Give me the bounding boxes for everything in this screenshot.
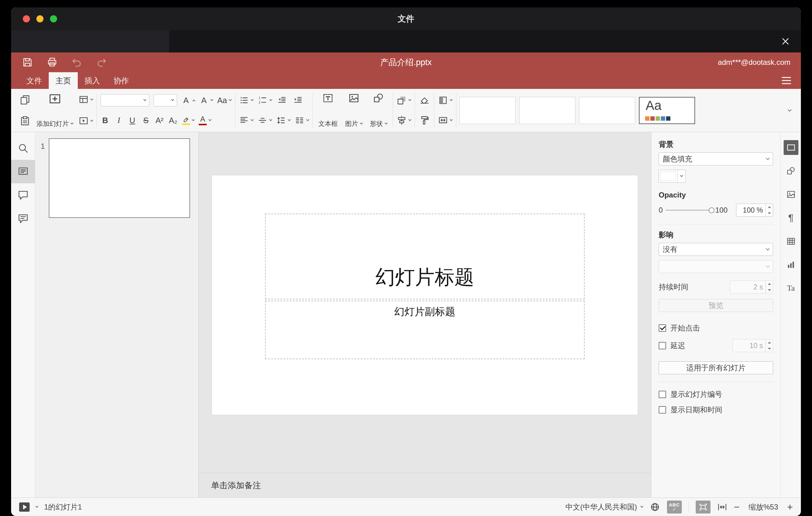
language-select[interactable]: 中文(中华人民共和国) bbox=[566, 502, 643, 512]
slides-panel-button[interactable] bbox=[11, 160, 35, 183]
add-slide-button[interactable]: 添加幻灯片 bbox=[34, 92, 75, 129]
highlight-color-button[interactable] bbox=[182, 113, 194, 128]
spinner-arrows[interactable] bbox=[765, 340, 773, 352]
fit-to-slide-toggle[interactable] bbox=[696, 500, 710, 514]
apply-to-all-slides-button[interactable]: 适用于所有幻灯片 bbox=[659, 362, 773, 374]
spell-check-toggle[interactable]: ABC ✓ bbox=[667, 500, 682, 514]
increment-font-size-button[interactable]: A bbox=[181, 93, 195, 108]
theme-option-3[interactable] bbox=[579, 97, 635, 124]
effect-type-select[interactable] bbox=[659, 260, 773, 273]
decrement-font-size-button[interactable]: A bbox=[199, 93, 213, 108]
insert-textbox-button[interactable]: 文本框 bbox=[317, 92, 340, 129]
notes-area[interactable]: 单击添加备注 bbox=[199, 473, 651, 497]
effect-select[interactable]: 没有 bbox=[659, 243, 773, 256]
zoom-out-button[interactable]: − bbox=[734, 502, 740, 512]
vertical-align-button[interactable] bbox=[258, 113, 272, 128]
line-spacing-button[interactable] bbox=[276, 113, 290, 128]
subscript-button[interactable]: A₂ bbox=[169, 116, 178, 125]
shape-settings-tab[interactable] bbox=[784, 164, 799, 178]
arrange-shape-button[interactable] bbox=[397, 93, 411, 108]
undo-button[interactable] bbox=[71, 55, 83, 70]
minimize-window-button[interactable] bbox=[36, 16, 44, 23]
show-date-time-checkbox[interactable] bbox=[659, 406, 666, 413]
zoom-in-button[interactable]: + bbox=[787, 502, 793, 512]
opacity-slider[interactable] bbox=[666, 207, 712, 213]
numbering-button[interactable]: 12 bbox=[258, 93, 272, 108]
show-slide-number-checkbox[interactable] bbox=[659, 391, 666, 398]
textart-settings-tab[interactable]: Ta bbox=[784, 281, 799, 296]
comments-panel-button[interactable] bbox=[11, 183, 35, 207]
italic-button[interactable]: I bbox=[114, 116, 123, 125]
tab-home[interactable]: 主页 bbox=[49, 72, 78, 89]
slide-thumbnail[interactable] bbox=[49, 138, 190, 218]
bold-button[interactable]: B bbox=[100, 116, 110, 125]
decrease-indent-button[interactable] bbox=[276, 93, 288, 108]
close-editor-button[interactable] bbox=[779, 34, 792, 48]
slider-knob[interactable] bbox=[709, 207, 715, 213]
paragraph-settings-tab[interactable]: ¶ bbox=[784, 210, 799, 225]
close-window-button[interactable] bbox=[23, 16, 30, 23]
delay-checkbox[interactable] bbox=[659, 342, 666, 349]
duration-spinner[interactable]: 2 s bbox=[730, 281, 773, 293]
insert-shape-button[interactable]: 形状 bbox=[368, 92, 389, 129]
color-scheme-icon bbox=[438, 95, 448, 105]
tab-collaboration[interactable]: 协作 bbox=[107, 72, 136, 89]
columns-button[interactable] bbox=[295, 113, 309, 128]
superscript-button[interactable]: A² bbox=[155, 116, 164, 125]
preview-slideshow-button[interactable] bbox=[79, 113, 93, 129]
theme-option-selected[interactable]: Aa bbox=[639, 97, 695, 124]
copy-button[interactable] bbox=[19, 92, 31, 107]
table-settings-tab[interactable] bbox=[784, 234, 799, 249]
increase-indent-button[interactable] bbox=[292, 93, 304, 108]
traffic-lights bbox=[23, 16, 57, 23]
slide-canvas[interactable]: 幻灯片标题 幻灯片副标题 bbox=[199, 132, 651, 473]
save-button[interactable] bbox=[22, 55, 33, 70]
search-panel-button[interactable] bbox=[11, 136, 35, 160]
change-case-button[interactable]: Aa bbox=[217, 93, 231, 108]
zoom-window-button[interactable] bbox=[50, 16, 57, 23]
clear-style-button[interactable] bbox=[419, 93, 430, 108]
font-name-select[interactable] bbox=[100, 94, 149, 107]
horizontal-align-button[interactable] bbox=[239, 113, 253, 128]
tab-file[interactable]: 文件 bbox=[20, 72, 49, 89]
strikeout-button[interactable]: S bbox=[141, 116, 150, 125]
theme-gallery-expand-button[interactable] bbox=[782, 97, 796, 124]
font-color-button[interactable]: A bbox=[199, 113, 211, 128]
spinner-arrows[interactable] bbox=[765, 281, 773, 293]
copy-style-button[interactable] bbox=[419, 113, 430, 128]
menu-button[interactable] bbox=[782, 77, 791, 84]
paste-button[interactable] bbox=[19, 113, 31, 129]
bullets-button[interactable] bbox=[239, 93, 253, 108]
spinner-arrows[interactable] bbox=[765, 204, 773, 216]
chart-settings-tab[interactable] bbox=[784, 257, 799, 272]
delay-spinner[interactable]: 10 s bbox=[732, 339, 773, 352]
preview-effect-button[interactable]: 预览 bbox=[659, 299, 773, 312]
tab-insert[interactable]: 插入 bbox=[78, 72, 107, 89]
insert-image-button[interactable]: 图片 bbox=[343, 92, 364, 129]
background-fill-select[interactable]: 颜色填充 bbox=[659, 152, 773, 165]
undo-icon bbox=[71, 57, 82, 67]
theme-option-1[interactable] bbox=[459, 97, 516, 124]
start-slideshow-status-button[interactable] bbox=[19, 503, 30, 512]
slide-layout-button[interactable] bbox=[79, 92, 93, 107]
slide-settings-tab[interactable] bbox=[784, 140, 799, 155]
start-on-click-checkbox[interactable] bbox=[659, 324, 666, 332]
print-button[interactable] bbox=[46, 55, 58, 70]
font-size-select[interactable] bbox=[154, 94, 177, 107]
title-placeholder[interactable]: 幻灯片标题 bbox=[265, 213, 585, 299]
document-language-button[interactable] bbox=[650, 502, 660, 512]
slide[interactable]: 幻灯片标题 幻灯片副标题 bbox=[212, 175, 638, 415]
slide-size-button[interactable] bbox=[438, 113, 452, 128]
subtitle-placeholder[interactable]: 幻灯片副标题 bbox=[265, 300, 585, 359]
opacity-spinner[interactable]: 100 % bbox=[736, 204, 773, 217]
align-shape-button[interactable] bbox=[397, 113, 411, 128]
color-scheme-button[interactable] bbox=[438, 93, 452, 108]
chat-panel-button[interactable] bbox=[11, 207, 35, 230]
section-divider bbox=[659, 224, 773, 224]
image-settings-tab[interactable] bbox=[784, 187, 799, 202]
fit-to-width-button[interactable] bbox=[717, 502, 727, 512]
underline-button[interactable]: U bbox=[128, 116, 137, 125]
redo-button[interactable] bbox=[96, 55, 107, 70]
theme-option-2[interactable] bbox=[519, 97, 575, 124]
background-color-picker[interactable] bbox=[659, 170, 686, 183]
